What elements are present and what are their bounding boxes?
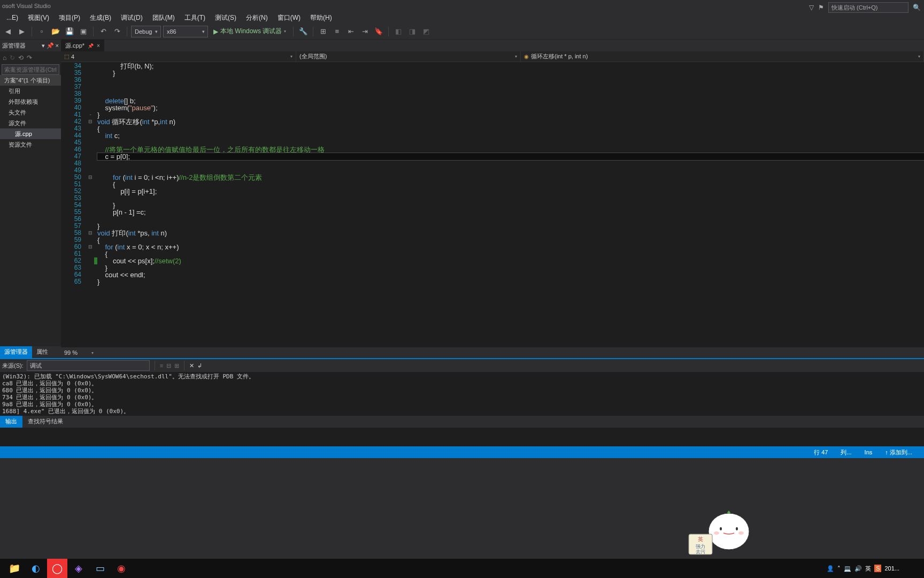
tool-icon-8[interactable]: ◩: [420, 26, 432, 37]
menu-file[interactable]: ...E): [2, 13, 22, 22]
quick-launch-input[interactable]: 快速启动 (Ctrl+Q): [828, 2, 908, 13]
menu-team[interactable]: 团队(M): [148, 12, 179, 24]
out-icon-2[interactable]: ⊟: [166, 362, 171, 369]
zoom-indicator[interactable]: 99 %▾: [61, 347, 924, 358]
new-icon[interactable]: ▫: [36, 26, 48, 37]
task-app-icon[interactable]: ◯: [47, 559, 67, 578]
source-file-node[interactable]: 源.cpp: [0, 128, 61, 139]
notify-icon[interactable]: ▽: [809, 4, 814, 11]
menu-view[interactable]: 视图(V): [24, 12, 53, 24]
pin-tab-icon[interactable]: 📌: [88, 43, 94, 49]
home-icon[interactable]: ⌂: [2, 54, 7, 62]
windows-taskbar: 📁 ◐ ◯ ◈ ▭ ◉ 👤 ˄ 💻 🔊 英 S 201...: [0, 559, 924, 578]
side-refresh-icon[interactable]: ↻: [9, 54, 16, 62]
saveall-icon[interactable]: ▣: [78, 26, 89, 37]
menu-debug[interactable]: 调试(D): [117, 12, 147, 24]
output-text[interactable]: (Win32): 已加载 "C:\Windows\SysWOW64\sechos…: [0, 372, 924, 416]
nav-back-icon[interactable]: ◀: [2, 26, 14, 37]
tab-explorer[interactable]: 源管理器: [0, 346, 32, 358]
status-col: 列...: [841, 448, 851, 457]
tool-icon-1[interactable]: 🔧: [297, 26, 309, 37]
solution-explorer: 源管理器 ▾ 📌 × ⌂ ↻ ⟲ ↷ 方案"4"(1 个项目) 引用 外部依赖项…: [0, 40, 61, 358]
status-add[interactable]: ↑ 添加到...: [885, 448, 912, 457]
tab-findsymbol[interactable]: 查找符号结果: [22, 416, 68, 428]
extern-node[interactable]: 外部依赖项: [0, 96, 61, 107]
svg-point-3: [714, 531, 719, 535]
tool-icon-2[interactable]: ⊞: [317, 26, 329, 37]
undo-icon[interactable]: ↶: [97, 26, 109, 37]
task-folder-icon[interactable]: 📁: [4, 559, 25, 578]
nav-scope2[interactable]: (全局范围)▾: [296, 51, 521, 62]
code-area[interactable]: 3435363738394041424344454647484950515253…: [61, 62, 924, 347]
tool-icon-4[interactable]: ⇤: [345, 26, 357, 37]
svg-rect-5: [689, 534, 712, 554]
refs-node[interactable]: 引用: [0, 86, 61, 96]
tool-icon-3[interactable]: ≡: [331, 26, 343, 37]
sources-node[interactable]: 源文件: [0, 118, 61, 128]
file-tab[interactable]: 源.cpp* 📌 ×: [61, 40, 104, 51]
system-tray[interactable]: 👤 ˄ 💻 🔊 英 S 201...: [827, 565, 899, 573]
svg-point-0: [709, 513, 749, 550]
side-more-icon[interactable]: ↷: [26, 54, 33, 62]
tray-people-icon[interactable]: 👤: [827, 565, 834, 572]
menu-test[interactable]: 测试(S): [211, 12, 241, 24]
tray-net-icon[interactable]: 💻: [844, 565, 851, 572]
bookmark-icon[interactable]: 🔖: [373, 26, 384, 37]
save-icon[interactable]: 💾: [64, 26, 75, 37]
redo-icon[interactable]: ↷: [111, 26, 123, 37]
app-title: osoft Visual Studio: [2, 3, 51, 9]
nav-fwd-icon[interactable]: ▶: [16, 26, 28, 37]
close-tab-icon[interactable]: ×: [97, 43, 100, 49]
task-note-icon[interactable]: ▭: [90, 559, 110, 578]
solution-node[interactable]: 方案"4"(1 个项目): [0, 75, 61, 86]
menu-window[interactable]: 窗口(W): [273, 12, 305, 24]
open-icon[interactable]: 📂: [50, 26, 61, 37]
out-icon-3[interactable]: ⊞: [174, 362, 179, 369]
code-text[interactable]: 打印(b, N); } delete[] b; system("pause");…: [97, 62, 924, 347]
menu-tools[interactable]: 工具(T): [180, 12, 210, 24]
output-tabs: 输出 查找符号结果: [0, 416, 924, 428]
menu-build[interactable]: 生成(B): [86, 12, 116, 24]
tray-a-icon[interactable]: 🔊: [854, 565, 862, 572]
tray-chevron-icon[interactable]: ˄: [837, 565, 841, 572]
tool-icon-5[interactable]: ⇥: [359, 26, 371, 37]
out-clear-icon[interactable]: ✕: [189, 362, 194, 369]
tray-lang[interactable]: 英: [865, 565, 871, 573]
nav-scope3[interactable]: ◉循环左移(int * p, int n)▾: [521, 51, 924, 62]
menu-analyze[interactable]: 分析(N): [242, 12, 272, 24]
tray-sogou-icon[interactable]: S: [874, 565, 881, 572]
svg-point-1: [720, 527, 722, 530]
task-qq-icon[interactable]: ◐: [26, 559, 46, 578]
editor: 源.cpp* 📌 × ⬚4▾ (全局范围)▾ ◉循环左移(int * p, in…: [61, 40, 924, 358]
pin-icon[interactable]: 📌: [47, 42, 54, 49]
task-vs-icon[interactable]: ◈: [68, 559, 89, 578]
menubar: ...E) 视图(V) 项目(P) 生成(B) 调试(D) 团队(M) 工具(T…: [0, 12, 924, 24]
tab-output[interactable]: 输出: [0, 416, 22, 428]
headers-node[interactable]: 头文件: [0, 107, 61, 118]
menu-help[interactable]: 帮助(H): [306, 12, 336, 24]
side-panel-header: 源管理器 ▾ 📌 ×: [0, 40, 61, 51]
close-panel-icon[interactable]: ×: [56, 42, 59, 49]
platform-dropdown[interactable]: x86: [163, 26, 208, 37]
dropdown-icon[interactable]: ▾: [42, 42, 45, 49]
feedback-icon[interactable]: ⚑: [818, 4, 824, 11]
solution-search-input[interactable]: [2, 64, 59, 75]
output-panel: 来源(S): 调试 ≡ ⊟ ⊞ ✕ ↲ (Win32): 已加载 "C:\Win…: [0, 358, 924, 446]
tab-properties[interactable]: 属性: [32, 346, 52, 358]
nav-scope1[interactable]: ⬚4▾: [61, 51, 296, 62]
svg-text:英: 英: [698, 536, 703, 542]
start-debug-button[interactable]: ▶ 本地 Windows 调试器 ▾: [210, 27, 289, 36]
task-rec-icon[interactable]: ◉: [111, 559, 132, 578]
menu-project[interactable]: 项目(P): [55, 12, 84, 24]
search-icon[interactable]: 🔍: [913, 4, 921, 11]
resources-node[interactable]: 资源文件: [0, 139, 61, 150]
config-dropdown[interactable]: Debug: [131, 26, 161, 37]
out-icon-1[interactable]: ≡: [160, 362, 163, 369]
side-sync-icon[interactable]: ⟲: [17, 54, 25, 62]
output-source-dropdown[interactable]: 调试: [27, 360, 150, 371]
tool-icon-7[interactable]: ◨: [406, 26, 418, 37]
fold-column[interactable]: -⊟⊟⊟⊟: [87, 62, 94, 347]
tray-time[interactable]: 201...: [884, 565, 899, 572]
tool-icon-6[interactable]: ◧: [392, 26, 404, 37]
out-wrap-icon[interactable]: ↲: [197, 362, 202, 369]
